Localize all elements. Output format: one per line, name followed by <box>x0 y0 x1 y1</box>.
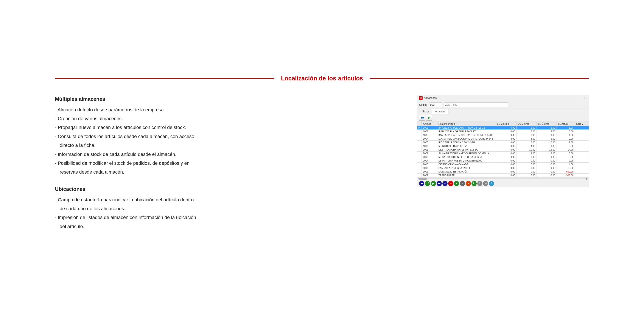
row-st-opt: 5.00 <box>537 130 557 133</box>
table-row[interactable]: 1002 IPAD 2 WI-FI + 3G APPLE TABLET 0.00… <box>417 130 589 133</box>
btn-add[interactable]: + <box>442 181 448 186</box>
row-arrow <box>417 173 422 177</box>
row-este <box>575 126 589 130</box>
btn-last[interactable]: ⏭ <box>436 181 442 186</box>
row-este <box>575 144 589 148</box>
row-st-act: 5.00 <box>556 144 575 148</box>
multiples-almacenes-heading: Múltiples almacenes <box>55 95 400 104</box>
col-st-max[interactable]: St. Máximo <box>496 122 516 126</box>
col-st-min[interactable]: St. Mínimo <box>516 122 537 126</box>
row-st-max: 0.00 <box>496 148 516 152</box>
row-st-min: 0.00 <box>516 162 537 166</box>
multiples-almacenes-section: Múltiples almacenes - Almacén defecto de… <box>55 95 400 176</box>
main-content: Múltiples almacenes - Almacén defecto de… <box>55 95 589 239</box>
window-title-left: to Almacenes <box>419 96 436 100</box>
row-nombre: MAC APPLE MACBOOK PRO 15.40" CORE I7 64 … <box>437 137 496 140</box>
col-arrow <box>417 122 422 126</box>
horizontal-scrollbar[interactable]: ◀ ▶ <box>417 177 589 180</box>
row-st-act: 1.00 <box>556 126 575 130</box>
scroll-track[interactable] <box>420 178 586 180</box>
table-row[interactable]: ▶ 1001 IPHONE 5 APPLE SMARTPHONE 4" 16 G… <box>417 126 589 130</box>
btn-check[interactable]: ✓ <box>460 181 465 186</box>
col-articulo[interactable]: Artículo <box>422 122 437 126</box>
page-title: Localización de los artículos <box>274 75 370 82</box>
row-st-act: 15.00 <box>556 166 575 170</box>
code-input[interactable] <box>429 102 442 107</box>
row-st-opt: 0.00 <box>537 159 557 162</box>
table-row[interactable]: 2001 DESTRUCTORA PAPEL OKI S16-SC 0.00 1… <box>417 148 589 152</box>
table-row[interactable]: 1005 IPOD APPLE TOUCH 3.50" 32 GB 0.00 6… <box>417 140 589 144</box>
table-row[interactable]: 5006 PANTALLA 5" NEGRA TACTIL 0.00 0.00 … <box>417 166 589 170</box>
name-input[interactable] <box>444 102 508 107</box>
btn-delete[interactable]: − <box>448 181 454 186</box>
bullet-1-5: - Información de stock de cada artículo … <box>55 150 400 158</box>
row-este <box>575 140 589 144</box>
row-st-act: 9.00 <box>556 159 575 162</box>
col-nombre[interactable]: Nombre artículo <box>437 122 496 126</box>
row-arrow <box>417 155 422 159</box>
table-row[interactable]: 1006 MONITOR LED APPLE 27" 0.00 4.00 6.0… <box>417 144 589 148</box>
row-este <box>575 130 589 133</box>
row-st-opt: 5.00 <box>537 137 557 140</box>
btn-prev[interactable]: ↺ <box>425 181 430 186</box>
toolbar-row <box>417 114 589 122</box>
table-row[interactable]: 1003 IMAC APPLE ALL IN ONE 21" 8 GB CORE… <box>417 133 589 137</box>
row-st-min: 0.00 <box>516 155 537 159</box>
table-row[interactable]: 1004 MAC APPLE MACBOOK PRO 15.40" CORE I… <box>417 137 589 140</box>
btn-search[interactable]: 🔍 <box>477 181 482 186</box>
table-row[interactable]: 2010 DISEÑO OFICINA CANADA 0.00 0.00 0.0… <box>417 162 589 166</box>
window-close-button[interactable]: ✕ <box>582 96 587 100</box>
table-row[interactable]: 2004 ESTANTERIA KUBBO Q5 900x350x2000 0.… <box>417 159 589 162</box>
row-st-max: 0.00 <box>496 173 516 177</box>
btn-filter[interactable]: ⊞ <box>483 181 488 186</box>
col-este[interactable]: Este <box>575 122 589 126</box>
row-st-act: 2.00 <box>556 140 575 144</box>
row-st-max: 0.00 <box>496 140 516 144</box>
row-st-max: 0.00 <box>496 170 516 173</box>
tabs-row: Ficha Artículos <box>417 109 589 114</box>
row-st-opt: 15.00 <box>537 148 557 152</box>
btn-next[interactable]: ▶ <box>431 181 436 186</box>
bullet-1-3: - Propagar nuevo almacén a los artículos… <box>55 124 400 131</box>
row-st-max: 0.00 <box>496 155 516 159</box>
row-st-opt: 18.00 <box>537 152 557 155</box>
row-nombre: IPOD APPLE TOUCH 3.50" 32 GB <box>437 140 496 144</box>
row-nombre: SILLA GIRATORIA KATY C/ RESPALDO MALLA <box>437 152 496 155</box>
btn-up[interactable]: ▲ <box>454 181 459 186</box>
tab-ficha[interactable]: Ficha <box>419 109 432 114</box>
almacenes-window: to Almacenes ✕ Código Ficha Artículos <box>417 95 589 187</box>
row-st-opt: 0.00 <box>537 162 557 166</box>
bottom-toolbar: ⏮ ↺ ▶ ⏭ + − ▲ ✓ ✕ ↻ 🔍 ⊞ ⚙ <box>417 180 589 187</box>
row-st-min: 6.00 <box>516 140 537 144</box>
row-arrow <box>417 162 422 166</box>
table-row[interactable]: 9002 TRANSPORTE 0.00 0.00 0.00 -300.00 <box>417 173 589 177</box>
toolbar-btn-refresh[interactable] <box>426 115 432 120</box>
toolbar-btn-back[interactable] <box>419 115 425 120</box>
table-row[interactable]: 2002 SILLA GIRATORIA KATY C/ RESPALDO MA… <box>417 152 589 155</box>
col-st-opt[interactable]: St. Óptimo <box>537 122 557 126</box>
row-st-opt: 0.00 <box>537 173 557 177</box>
row-st-min: 0.00 <box>516 170 537 173</box>
row-st-min: 0.00 <box>516 159 537 162</box>
row-arrow: ▶ <box>417 126 422 130</box>
row-arrow <box>417 144 422 148</box>
row-st-opt: 5.00 <box>537 126 557 130</box>
tab-articulos[interactable]: Artículos <box>432 109 448 114</box>
btn-cancel-action[interactable]: ✕ <box>466 181 471 186</box>
row-st-act: 8.00 <box>556 130 575 133</box>
btn-first[interactable]: ⏮ <box>419 181 424 186</box>
title-row: Localización de los artículos <box>55 75 589 82</box>
col-st-act[interactable]: St. Actual <box>556 122 575 126</box>
table-row[interactable]: 2003 MESA DIRECCION ELITE TEKA NEGRA 0.0… <box>417 155 589 159</box>
btn-refresh[interactable]: ↻ <box>472 181 477 186</box>
row-st-act: -600.00 <box>556 170 575 173</box>
row-arrow <box>417 170 422 173</box>
row-nombre: TRANSPORTE <box>437 173 496 177</box>
scroll-thumb[interactable] <box>420 178 427 180</box>
table-row[interactable]: 9001 MONTAJE E INSTALACIÓN 0.00 0.00 0.0… <box>417 170 589 173</box>
row-st-min: 2.00 <box>516 126 537 130</box>
row-st-act: 6.00 <box>556 152 575 155</box>
row-codigo: 1006 <box>422 144 437 148</box>
btn-network[interactable]: ⚙ <box>489 181 494 186</box>
bullet-1-6b: reservas desde cada almacén. <box>55 168 400 176</box>
